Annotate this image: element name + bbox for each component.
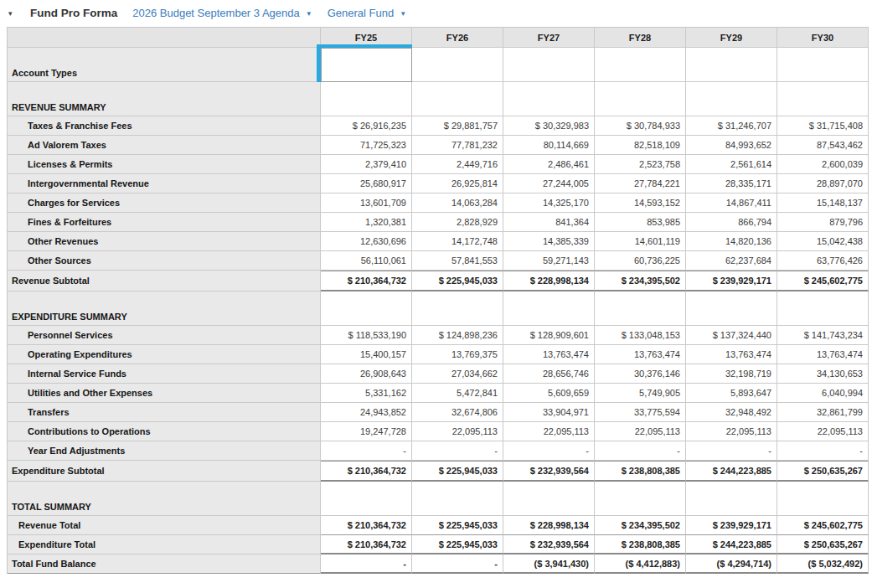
- cell-taxes-franchise-fees-fy27[interactable]: $ 30,329,983: [503, 116, 595, 136]
- cell-total-summary-fy26[interactable]: [412, 482, 503, 516]
- cell-internal-service-funds-fy25[interactable]: 26,908,643: [321, 364, 412, 384]
- cell-expenditure-subtotal-fy28[interactable]: $ 238,808,385: [595, 461, 686, 482]
- cell-expenditure-subtotal-fy30[interactable]: $ 250,635,267: [777, 461, 869, 482]
- cell-taxes-franchise-fees-fy29[interactable]: $ 31,246,707: [686, 116, 777, 136]
- cell-expenditure-summary-fy25[interactable]: [321, 291, 412, 326]
- column-header-fy28[interactable]: FY28: [595, 28, 686, 48]
- budget-dropdown[interactable]: 2026 Budget September 3 Agenda ▼: [132, 7, 312, 19]
- cell-operating-expenditures-fy26[interactable]: 13,769,375: [412, 345, 503, 364]
- cell-fines-forfeitures-fy25[interactable]: 1,320,381: [321, 213, 412, 232]
- cell-utilities-and-other-expenses-fy28[interactable]: 5,749,905: [595, 384, 686, 403]
- cell-other-revenues-fy26[interactable]: 14,172,748: [412, 232, 503, 251]
- cell-operating-expenditures-fy29[interactable]: 13,763,474: [686, 345, 777, 364]
- cell-utilities-and-other-expenses-fy29[interactable]: 5,893,647: [686, 384, 777, 403]
- cell-contributions-to-operations-fy29[interactable]: 22,095,113: [686, 422, 777, 441]
- cell-revenue-summary-fy27[interactable]: [503, 82, 595, 116]
- cell-expenditure-subtotal-fy29[interactable]: $ 244,223,885: [686, 461, 777, 482]
- cell-revenue-summary-fy25[interactable]: [321, 82, 412, 116]
- cell-licenses-permits-fy30[interactable]: 2,600,039: [777, 155, 869, 174]
- fund-dropdown[interactable]: General Fund ▼: [328, 7, 406, 19]
- cell-expenditure-summary-fy29[interactable]: [686, 291, 777, 326]
- cell-personnel-services-fy27[interactable]: $ 128,909,601: [503, 326, 595, 345]
- cell-charges-for-services-fy30[interactable]: 15,148,137: [777, 193, 869, 213]
- cell-account-types-fy29[interactable]: [686, 48, 777, 82]
- cell-taxes-franchise-fees-fy28[interactable]: $ 30,784,933: [595, 116, 686, 136]
- cell-account-types-fy30[interactable]: [777, 48, 869, 82]
- cell-revenue-summary-fy26[interactable]: [412, 82, 503, 116]
- cell-fines-forfeitures-fy27[interactable]: 841,364: [503, 213, 595, 232]
- cell-intergovernmental-revenue-fy26[interactable]: 26,925,814: [412, 174, 503, 193]
- cell-other-revenues-fy25[interactable]: 12,630,696: [321, 232, 412, 251]
- cell-expenditure-subtotal-fy25[interactable]: $ 210,364,732: [321, 461, 412, 482]
- cell-total-fund-balance-fy29[interactable]: ($ 4,294,714): [686, 554, 777, 574]
- cell-personnel-services-fy30[interactable]: $ 141,743,234: [777, 326, 869, 345]
- cell-intergovernmental-revenue-fy28[interactable]: 27,784,221: [595, 174, 686, 193]
- cell-other-revenues-fy29[interactable]: 14,820,136: [686, 232, 777, 251]
- cell-intergovernmental-revenue-fy27[interactable]: 27,244,005: [503, 174, 595, 193]
- cell-revenue-subtotal-fy30[interactable]: $ 245,602,775: [777, 271, 869, 291]
- cell-contributions-to-operations-fy30[interactable]: 22,095,113: [777, 422, 869, 441]
- cell-total-fund-balance-fy28[interactable]: ($ 4,412,883): [595, 554, 686, 574]
- cell-other-sources-fy29[interactable]: 62,237,684: [686, 251, 777, 271]
- cell-ad-valorem-taxes-fy30[interactable]: 87,543,462: [777, 136, 869, 155]
- cell-personnel-services-fy28[interactable]: $ 133,048,153: [595, 326, 686, 345]
- cell-revenue-total-fy27[interactable]: $ 228,998,134: [503, 516, 595, 535]
- cell-account-types-fy26[interactable]: [412, 48, 503, 82]
- cell-expenditure-total-fy27[interactable]: $ 232,939,564: [503, 535, 595, 554]
- cell-expenditure-summary-fy27[interactable]: [503, 291, 595, 326]
- cell-revenue-summary-fy30[interactable]: [777, 82, 869, 116]
- cell-total-summary-fy27[interactable]: [503, 482, 595, 516]
- cell-utilities-and-other-expenses-fy27[interactable]: 5,609,659: [503, 384, 595, 403]
- cell-revenue-subtotal-fy28[interactable]: $ 234,395,502: [595, 271, 686, 291]
- cell-transfers-fy28[interactable]: 33,775,594: [595, 403, 686, 422]
- cell-expenditure-summary-fy30[interactable]: [777, 291, 869, 326]
- cell-other-revenues-fy28[interactable]: 14,601,119: [595, 232, 686, 251]
- cell-intergovernmental-revenue-fy25[interactable]: 25,680,917: [321, 174, 412, 193]
- cell-taxes-franchise-fees-fy26[interactable]: $ 29,881,757: [412, 116, 503, 136]
- cell-expenditure-subtotal-fy26[interactable]: $ 225,945,033: [412, 461, 503, 482]
- cell-licenses-permits-fy25[interactable]: 2,379,410: [321, 155, 412, 174]
- cell-total-fund-balance-fy27[interactable]: ($ 3,941,430): [503, 554, 595, 574]
- cell-other-sources-fy28[interactable]: 60,736,225: [595, 251, 686, 271]
- cell-year-end-adjustments-fy28[interactable]: -: [595, 441, 686, 461]
- column-header-fy29[interactable]: FY29: [686, 28, 777, 48]
- cell-intergovernmental-revenue-fy29[interactable]: 28,335,171: [686, 174, 777, 193]
- cell-contributions-to-operations-fy26[interactable]: 22,095,113: [412, 422, 503, 441]
- cell-charges-for-services-fy25[interactable]: 13,601,709: [321, 193, 412, 213]
- cell-internal-service-funds-fy27[interactable]: 28,656,746: [503, 364, 595, 384]
- cell-fines-forfeitures-fy26[interactable]: 2,828,929: [412, 213, 503, 232]
- cell-contributions-to-operations-fy28[interactable]: 22,095,113: [595, 422, 686, 441]
- cell-revenue-summary-fy29[interactable]: [686, 82, 777, 116]
- cell-year-end-adjustments-fy29[interactable]: -: [686, 441, 777, 461]
- cell-expenditure-summary-fy28[interactable]: [595, 291, 686, 326]
- cell-expenditure-total-fy29[interactable]: $ 244,223,885: [686, 535, 777, 554]
- cell-revenue-total-fy29[interactable]: $ 239,929,171: [686, 516, 777, 535]
- cell-ad-valorem-taxes-fy28[interactable]: 82,518,109: [595, 136, 686, 155]
- cell-total-summary-fy25[interactable]: [321, 482, 412, 516]
- cell-other-revenues-fy30[interactable]: 15,042,438: [777, 232, 869, 251]
- cell-total-fund-balance-fy30[interactable]: ($ 5,032,492): [777, 554, 869, 574]
- cell-expenditure-total-fy26[interactable]: $ 225,945,033: [412, 535, 503, 554]
- cell-operating-expenditures-fy25[interactable]: 15,400,157: [321, 345, 412, 364]
- cell-revenue-summary-fy28[interactable]: [595, 82, 686, 116]
- cell-operating-expenditures-fy27[interactable]: 13,763,474: [503, 345, 595, 364]
- column-header-fy25[interactable]: FY25: [321, 28, 412, 48]
- cell-operating-expenditures-fy28[interactable]: 13,763,474: [595, 345, 686, 364]
- cell-revenue-total-fy25[interactable]: $ 210,364,732: [321, 516, 412, 535]
- cell-utilities-and-other-expenses-fy25[interactable]: 5,331,162: [321, 384, 412, 403]
- cell-ad-valorem-taxes-fy27[interactable]: 80,114,669: [503, 136, 595, 155]
- collapse-caret-icon[interactable]: ▾: [8, 9, 20, 18]
- cell-year-end-adjustments-fy30[interactable]: -: [777, 441, 869, 461]
- cell-charges-for-services-fy28[interactable]: 14,593,152: [595, 193, 686, 213]
- cell-taxes-franchise-fees-fy30[interactable]: $ 31,715,408: [777, 116, 869, 136]
- cell-expenditure-total-fy25[interactable]: $ 210,364,732: [321, 535, 412, 554]
- cell-utilities-and-other-expenses-fy30[interactable]: 6,040,994: [777, 384, 869, 403]
- cell-total-summary-fy30[interactable]: [777, 482, 869, 516]
- cell-transfers-fy27[interactable]: 33,904,971: [503, 403, 595, 422]
- cell-expenditure-total-fy30[interactable]: $ 250,635,267: [777, 535, 869, 554]
- cell-other-sources-fy25[interactable]: 56,110,061: [321, 251, 412, 271]
- cell-charges-for-services-fy27[interactable]: 14,325,170: [503, 193, 595, 213]
- cell-other-sources-fy30[interactable]: 63,776,426: [777, 251, 869, 271]
- cell-licenses-permits-fy27[interactable]: 2,486,461: [503, 155, 595, 174]
- cell-personnel-services-fy26[interactable]: $ 124,898,236: [412, 326, 503, 345]
